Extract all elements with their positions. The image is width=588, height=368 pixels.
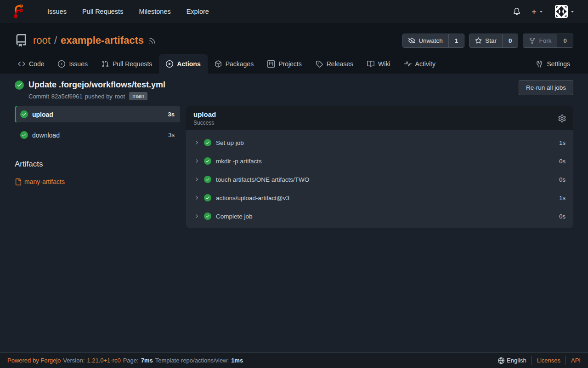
step-name: Set up job xyxy=(216,139,244,146)
footer: Powered by Forgejo Version: 1.21.0+1-rc0… xyxy=(0,352,588,368)
job-item-upload[interactable]: upload 3s xyxy=(15,106,180,122)
step-success-icon xyxy=(204,139,211,146)
step-success-icon xyxy=(204,157,211,165)
tab-label: Wiki xyxy=(378,60,390,68)
gear-icon[interactable] xyxy=(558,115,566,122)
tab-releases[interactable]: Releases xyxy=(309,54,360,74)
version-link[interactable]: 1.21.0+1-rc0 xyxy=(87,357,120,364)
star-button[interactable]: Star 0 xyxy=(469,34,518,48)
globe-icon xyxy=(498,357,504,364)
tab-label: Code xyxy=(29,60,44,68)
tab-label: Pull Requests xyxy=(113,60,152,68)
repo-name-link[interactable]: example-artifacts xyxy=(61,34,144,46)
artifacts-heading: Artifacts xyxy=(15,160,180,169)
tab-label: Projects xyxy=(278,60,302,68)
project-icon xyxy=(267,60,275,68)
unwatch-label: Unwatch xyxy=(418,37,443,44)
repo-header: root / example-artifacts Unwatch 1 Star … xyxy=(0,23,588,74)
step-row[interactable]: touch artifacts/ONE artifacts/TWO 0s xyxy=(186,170,573,189)
powered-by-forgejo-link[interactable]: Powered by Forgejo xyxy=(7,357,61,364)
fork-icon xyxy=(529,37,536,44)
licenses-link[interactable]: Licenses xyxy=(531,356,565,365)
job-detail-header: upload Success xyxy=(186,106,573,130)
run-commit-info: Commit 82a5cf6961 pushed by root main xyxy=(28,92,165,100)
fork-button[interactable]: Fork 0 xyxy=(523,34,573,48)
job-detail-status: Success xyxy=(193,120,216,126)
avatar xyxy=(555,5,568,18)
nav-pull-requests[interactable]: Pull Requests xyxy=(74,0,131,23)
user-menu-dropdown[interactable] xyxy=(551,2,579,21)
job-success-icon xyxy=(20,110,28,118)
commit-sha-link[interactable]: 82a5cf6961 xyxy=(51,93,83,100)
chevron-down-icon xyxy=(538,9,544,14)
step-success-icon xyxy=(204,194,211,201)
star-count[interactable]: 0 xyxy=(502,34,518,47)
tag-icon xyxy=(316,60,323,68)
language-selector[interactable]: English xyxy=(498,357,531,364)
tab-label: Actions xyxy=(177,60,200,68)
step-duration: 0s xyxy=(559,176,565,183)
step-name: actions/upload-artifact@v3 xyxy=(216,195,289,201)
star-icon xyxy=(475,37,482,44)
footer-meta: Powered by Forgejo Version: 1.21.0+1-rc0… xyxy=(7,357,243,364)
job-item-download[interactable]: download 3s xyxy=(15,127,180,143)
breadcrumb-separator: / xyxy=(54,34,57,46)
version-label: Version: xyxy=(63,357,85,364)
repo-owner-link[interactable]: root xyxy=(33,34,51,46)
page-label: Page: xyxy=(123,357,139,364)
eye-closed-icon xyxy=(408,37,415,44)
actions-run-view: Update .forgejo/workflows/test.yml Commi… xyxy=(0,74,588,352)
package-icon xyxy=(215,60,222,68)
branch-badge[interactable]: main xyxy=(129,92,147,100)
nav-issues[interactable]: Issues xyxy=(40,0,74,23)
unwatch-button[interactable]: Unwatch 1 xyxy=(402,34,464,48)
author-link[interactable]: root xyxy=(115,93,125,100)
pulse-icon xyxy=(404,60,412,68)
create-new-dropdown[interactable]: + xyxy=(528,5,548,19)
watch-count[interactable]: 1 xyxy=(448,34,464,47)
artifact-link-many-artifacts[interactable]: many-artifacts xyxy=(15,178,65,185)
chevron-right-icon xyxy=(194,158,199,164)
template-label: Template repo/actions/view: xyxy=(155,357,229,364)
chevron-right-icon xyxy=(194,177,199,182)
nav-explore[interactable]: Explore xyxy=(179,0,217,23)
rss-icon[interactable] xyxy=(148,37,156,45)
nav-milestones[interactable]: Milestones xyxy=(131,0,178,23)
notifications-bell-icon[interactable] xyxy=(509,5,524,18)
step-row[interactable]: actions/upload-artifact@v3 1s xyxy=(186,189,573,207)
tab-label: Activity xyxy=(415,60,435,68)
repo-breadcrumb: root / example-artifacts xyxy=(33,34,144,46)
rerun-all-jobs-button[interactable]: Re-run all jobs xyxy=(519,80,573,95)
top-navbar: Issues Pull Requests Milestones Explore … xyxy=(0,0,588,23)
plus-icon: + xyxy=(531,7,537,16)
tab-activity[interactable]: Activity xyxy=(397,54,442,74)
tab-label: Settings xyxy=(547,60,570,68)
job-duration: 3s xyxy=(168,111,175,118)
api-link[interactable]: API xyxy=(565,356,581,365)
pushed-by-label: pushed by xyxy=(85,93,113,100)
step-row[interactable]: Complete job 0s xyxy=(186,207,573,225)
forgejo-logo-icon[interactable] xyxy=(12,5,26,18)
chevron-right-icon xyxy=(194,213,199,219)
tab-label: Packages xyxy=(226,60,254,68)
step-success-icon xyxy=(204,213,211,220)
tab-code[interactable]: Code xyxy=(11,54,51,74)
template-time: 1ms xyxy=(231,357,243,364)
tab-wiki[interactable]: Wiki xyxy=(360,54,397,74)
step-row[interactable]: Set up job 1s xyxy=(186,133,573,152)
tab-settings[interactable]: Settings xyxy=(529,54,577,74)
play-circle-icon xyxy=(166,60,173,68)
tab-issues[interactable]: Issues xyxy=(51,54,94,74)
tab-packages[interactable]: Packages xyxy=(208,54,260,74)
star-label: Star xyxy=(485,37,497,44)
step-row[interactable]: mkdir -p artifacts 0s xyxy=(186,152,573,170)
page-time: 7ms xyxy=(141,357,153,364)
tab-pull-requests[interactable]: Pull Requests xyxy=(95,54,159,74)
tab-actions[interactable]: Actions xyxy=(159,54,207,74)
tab-projects[interactable]: Projects xyxy=(260,54,309,74)
navbar-right: + xyxy=(509,2,579,21)
repo-icon xyxy=(15,34,28,47)
run-success-icon xyxy=(15,80,24,90)
fork-count[interactable]: 0 xyxy=(557,34,573,47)
job-list-sidebar: upload 3s download 3s Artifacts many-art… xyxy=(15,106,180,185)
